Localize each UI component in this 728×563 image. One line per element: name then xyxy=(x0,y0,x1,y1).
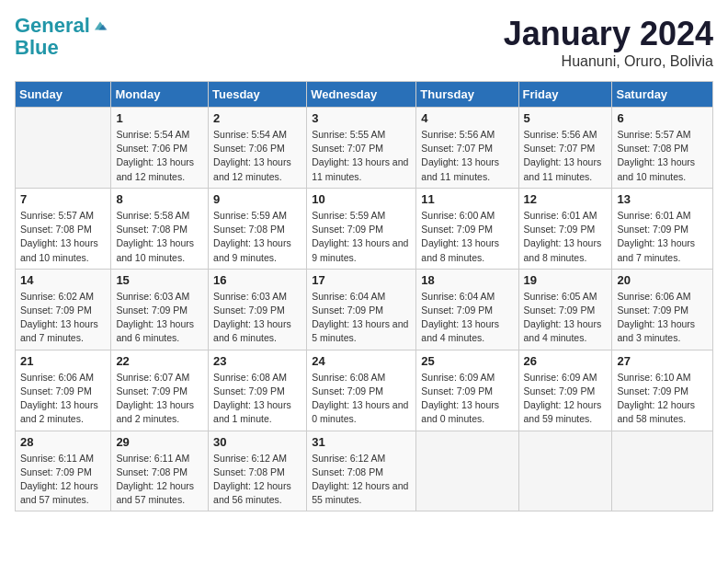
day-info: Sunrise: 5:59 AMSunset: 7:08 PMDaylight:… xyxy=(213,209,301,265)
day-cell: 24Sunrise: 6:08 AMSunset: 7:09 PMDayligh… xyxy=(307,350,416,431)
day-number: 7 xyxy=(20,192,106,206)
day-cell: 12Sunrise: 6:01 AMSunset: 7:09 PMDayligh… xyxy=(518,188,612,269)
day-info: Sunrise: 6:08 AMSunset: 7:09 PMDaylight:… xyxy=(213,371,301,427)
day-cell: 8Sunrise: 5:58 AMSunset: 7:08 PMDaylight… xyxy=(111,188,209,269)
header-day-thursday: Thursday xyxy=(416,82,518,108)
title-block: January 2024 Huanuni, Oruro, Bolivia xyxy=(504,15,713,70)
day-info: Sunrise: 6:04 AMSunset: 7:09 PMDaylight:… xyxy=(312,290,411,346)
day-info: Sunrise: 6:00 AMSunset: 7:09 PMDaylight:… xyxy=(421,209,513,265)
day-info: Sunrise: 5:56 AMSunset: 7:07 PMDaylight:… xyxy=(524,128,608,184)
day-info: Sunrise: 6:02 AMSunset: 7:09 PMDaylight:… xyxy=(20,290,106,346)
day-number: 11 xyxy=(421,192,513,206)
day-cell: 22Sunrise: 6:07 AMSunset: 7:09 PMDayligh… xyxy=(111,350,209,431)
day-cell: 5Sunrise: 5:56 AMSunset: 7:07 PMDaylight… xyxy=(518,108,612,189)
day-info: Sunrise: 6:01 AMSunset: 7:09 PMDaylight:… xyxy=(524,209,608,265)
day-info: Sunrise: 6:09 AMSunset: 7:09 PMDaylight:… xyxy=(524,371,608,427)
day-info: Sunrise: 5:57 AMSunset: 7:08 PMDaylight:… xyxy=(20,209,106,265)
day-info: Sunrise: 6:03 AMSunset: 7:09 PMDaylight:… xyxy=(116,290,203,346)
day-info: Sunrise: 5:55 AMSunset: 7:07 PMDaylight:… xyxy=(312,128,411,184)
calendar-body: 1Sunrise: 5:54 AMSunset: 7:06 PMDaylight… xyxy=(16,108,713,511)
day-cell: 6Sunrise: 5:57 AMSunset: 7:08 PMDaylight… xyxy=(612,108,713,189)
day-cell xyxy=(612,431,713,511)
header-day-wednesday: Wednesday xyxy=(307,82,416,108)
day-number: 18 xyxy=(421,273,513,287)
day-number: 5 xyxy=(524,111,608,125)
day-cell: 4Sunrise: 5:56 AMSunset: 7:07 PMDaylight… xyxy=(416,108,518,189)
day-cell: 27Sunrise: 6:10 AMSunset: 7:09 PMDayligh… xyxy=(612,350,713,431)
day-info: Sunrise: 6:01 AMSunset: 7:09 PMDaylight:… xyxy=(617,209,708,265)
calendar-title: January 2024 xyxy=(504,15,713,53)
day-number: 13 xyxy=(617,192,708,206)
page-header: General Blue January 2024 Huanuni, Oruro… xyxy=(15,15,713,70)
header-day-friday: Friday xyxy=(518,82,612,108)
day-info: Sunrise: 5:54 AMSunset: 7:06 PMDaylight:… xyxy=(116,128,203,184)
logo: General Blue xyxy=(15,15,108,59)
day-number: 4 xyxy=(421,111,513,125)
day-cell: 3Sunrise: 5:55 AMSunset: 7:07 PMDaylight… xyxy=(307,108,416,189)
day-cell: 21Sunrise: 6:06 AMSunset: 7:09 PMDayligh… xyxy=(16,350,111,431)
week-row-0: 1Sunrise: 5:54 AMSunset: 7:06 PMDaylight… xyxy=(16,108,713,189)
day-cell: 28Sunrise: 6:11 AMSunset: 7:09 PMDayligh… xyxy=(16,431,111,511)
day-number: 12 xyxy=(524,192,608,206)
day-cell: 23Sunrise: 6:08 AMSunset: 7:09 PMDayligh… xyxy=(209,350,307,431)
day-number: 6 xyxy=(617,111,708,125)
day-cell: 18Sunrise: 6:04 AMSunset: 7:09 PMDayligh… xyxy=(416,269,518,350)
day-cell xyxy=(16,108,111,189)
logo-line2: Blue xyxy=(15,37,108,59)
day-number: 21 xyxy=(20,354,106,368)
calendar-header: SundayMondayTuesdayWednesdayThursdayFrid… xyxy=(16,82,713,108)
day-cell xyxy=(518,431,612,511)
header-day-tuesday: Tuesday xyxy=(209,82,307,108)
day-cell: 19Sunrise: 6:05 AMSunset: 7:09 PMDayligh… xyxy=(518,269,612,350)
day-number: 14 xyxy=(20,273,106,287)
day-number: 22 xyxy=(116,354,203,368)
day-number: 20 xyxy=(617,273,708,287)
day-number: 17 xyxy=(312,273,411,287)
day-cell: 2Sunrise: 5:54 AMSunset: 7:06 PMDaylight… xyxy=(209,108,307,189)
calendar-table: SundayMondayTuesdayWednesdayThursdayFrid… xyxy=(15,81,713,511)
day-number: 28 xyxy=(20,435,106,449)
week-row-4: 28Sunrise: 6:11 AMSunset: 7:09 PMDayligh… xyxy=(16,431,713,511)
day-info: Sunrise: 6:10 AMSunset: 7:09 PMDaylight:… xyxy=(617,371,708,427)
day-info: Sunrise: 5:54 AMSunset: 7:06 PMDaylight:… xyxy=(213,128,301,184)
week-row-2: 14Sunrise: 6:02 AMSunset: 7:09 PMDayligh… xyxy=(16,269,713,350)
day-info: Sunrise: 6:06 AMSunset: 7:09 PMDaylight:… xyxy=(617,290,708,346)
day-info: Sunrise: 6:12 AMSunset: 7:08 PMDaylight:… xyxy=(312,452,411,508)
day-cell: 17Sunrise: 6:04 AMSunset: 7:09 PMDayligh… xyxy=(307,269,416,350)
day-info: Sunrise: 5:57 AMSunset: 7:08 PMDaylight:… xyxy=(617,128,708,184)
day-cell: 16Sunrise: 6:03 AMSunset: 7:09 PMDayligh… xyxy=(209,269,307,350)
day-number: 29 xyxy=(116,435,203,449)
day-number: 16 xyxy=(213,273,301,287)
day-info: Sunrise: 6:12 AMSunset: 7:08 PMDaylight:… xyxy=(213,452,301,508)
week-row-3: 21Sunrise: 6:06 AMSunset: 7:09 PMDayligh… xyxy=(16,350,713,431)
day-cell: 26Sunrise: 6:09 AMSunset: 7:09 PMDayligh… xyxy=(518,350,612,431)
day-number: 31 xyxy=(312,435,411,449)
day-cell: 20Sunrise: 6:06 AMSunset: 7:09 PMDayligh… xyxy=(612,269,713,350)
day-number: 9 xyxy=(213,192,301,206)
header-day-sunday: Sunday xyxy=(16,82,111,108)
day-number: 2 xyxy=(213,111,301,125)
day-number: 19 xyxy=(524,273,608,287)
day-info: Sunrise: 6:11 AMSunset: 7:09 PMDaylight:… xyxy=(20,452,106,508)
day-number: 3 xyxy=(312,111,411,125)
header-day-monday: Monday xyxy=(111,82,209,108)
day-cell xyxy=(416,431,518,511)
day-number: 26 xyxy=(524,354,608,368)
day-number: 8 xyxy=(116,192,203,206)
day-cell: 29Sunrise: 6:11 AMSunset: 7:08 PMDayligh… xyxy=(111,431,209,511)
day-number: 23 xyxy=(213,354,301,368)
logo-icon xyxy=(92,17,108,34)
day-cell: 14Sunrise: 6:02 AMSunset: 7:09 PMDayligh… xyxy=(16,269,111,350)
day-cell: 1Sunrise: 5:54 AMSunset: 7:06 PMDaylight… xyxy=(111,108,209,189)
day-info: Sunrise: 6:11 AMSunset: 7:08 PMDaylight:… xyxy=(116,452,203,508)
day-info: Sunrise: 6:03 AMSunset: 7:09 PMDaylight:… xyxy=(213,290,301,346)
day-cell: 10Sunrise: 5:59 AMSunset: 7:09 PMDayligh… xyxy=(307,188,416,269)
day-number: 1 xyxy=(116,111,203,125)
day-number: 10 xyxy=(312,192,411,206)
day-cell: 11Sunrise: 6:00 AMSunset: 7:09 PMDayligh… xyxy=(416,188,518,269)
logo-text: General xyxy=(15,15,90,37)
day-number: 25 xyxy=(421,354,513,368)
day-info: Sunrise: 5:58 AMSunset: 7:08 PMDaylight:… xyxy=(116,209,203,265)
header-row: SundayMondayTuesdayWednesdayThursdayFrid… xyxy=(16,82,713,108)
day-info: Sunrise: 6:08 AMSunset: 7:09 PMDaylight:… xyxy=(312,371,411,427)
